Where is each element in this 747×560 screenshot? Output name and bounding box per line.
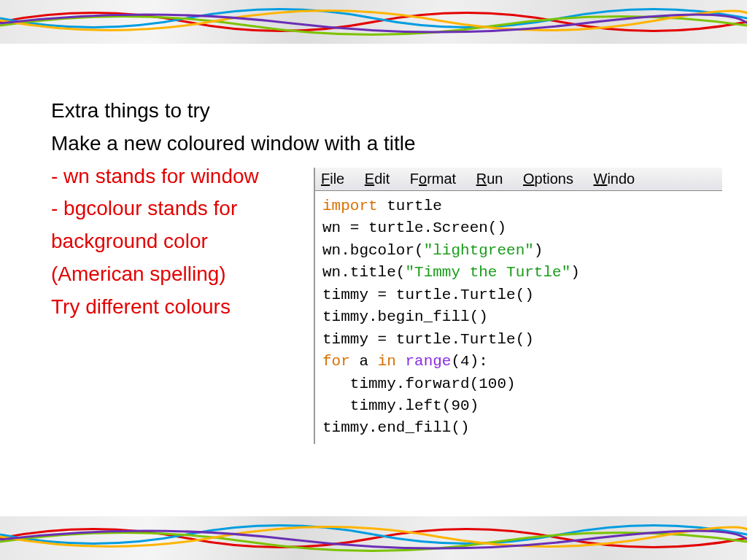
idle-editor-screenshot: File Edit Format Run Options Windo impor… <box>314 168 722 444</box>
menu-edit[interactable]: Edit <box>365 171 390 187</box>
keyword-import: import <box>322 198 378 214</box>
keyword-in: in <box>378 353 396 370</box>
menu-options[interactable]: Options <box>523 171 573 187</box>
menu-run[interactable]: Run <box>476 171 503 187</box>
slide-content: Extra things to try Make a new coloured … <box>0 58 747 502</box>
slide-title: Extra things to try <box>51 95 696 128</box>
string-literal: "lightgreen" <box>424 242 534 259</box>
string-literal: "Timmy the Turtle" <box>405 264 570 281</box>
decorative-border-top <box>0 0 747 44</box>
slide-subtitle: Make a new coloured window with a title <box>51 128 696 160</box>
keyword-for: for <box>322 353 350 370</box>
note-line: - bgcolour stands for <box>51 192 306 225</box>
code-area[interactable]: import turtle wn = turtle.Screen() wn.bg… <box>315 191 722 444</box>
note-line: background color <box>51 225 306 258</box>
note-line: - wn stands for window <box>51 160 306 193</box>
builtin-range: range <box>396 353 452 370</box>
note-line: (American spelling) <box>51 258 306 291</box>
menu-format[interactable]: Format <box>410 171 456 187</box>
menu-window[interactable]: Windo <box>594 171 635 187</box>
decorative-border-bottom <box>0 516 747 560</box>
note-line: Try different colours <box>51 291 306 324</box>
notes-column: - wn stands for window - bgcolour stands… <box>51 160 306 324</box>
menu-file[interactable]: File <box>321 171 344 187</box>
menubar: File Edit Format Run Options Windo <box>315 168 722 191</box>
